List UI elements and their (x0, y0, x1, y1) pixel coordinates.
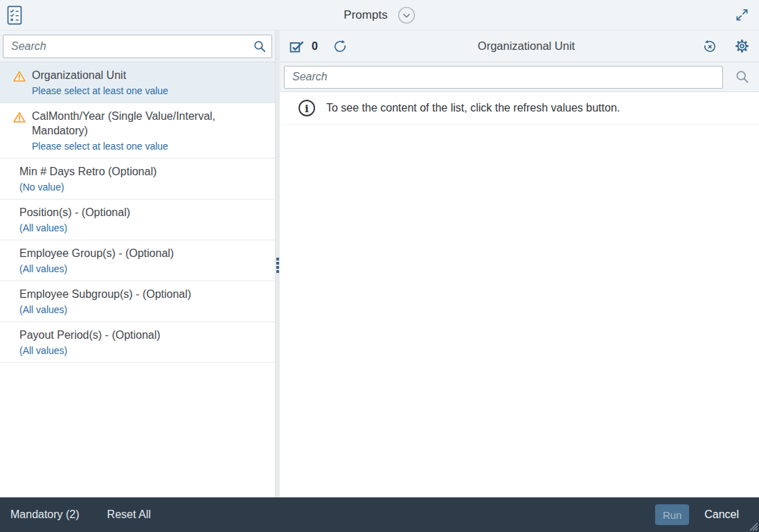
prompt-status: Please select at least one value (32, 141, 251, 152)
dialog-title: Prompts (343, 8, 387, 22)
prompt-item[interactable]: Position(s) - (Optional) (All values) (0, 200, 275, 240)
warning-icon (13, 112, 25, 123)
selected-count: 0 (312, 40, 318, 53)
expand-fullscreen-icon[interactable] (735, 8, 749, 22)
prompt-search-input[interactable] (3, 35, 272, 58)
resize-grip-icon[interactable] (749, 522, 758, 531)
prompt-status: (No value) (19, 181, 251, 193)
prompt-item[interactable]: CalMonth/Year (Single Value/Interval, Ma… (0, 103, 275, 159)
prompt-label: Min # Days Retro (Optional) (19, 164, 251, 179)
checkbox-checked-icon[interactable] (289, 39, 305, 53)
cancel-button[interactable]: Cancel (704, 508, 739, 521)
dialog-footer: Mandatory (2) Reset All Run Cancel (0, 497, 759, 532)
gear-icon[interactable] (735, 39, 749, 53)
chevron-down-circle-icon[interactable] (398, 6, 416, 24)
undo-clear-icon[interactable] (703, 39, 717, 53)
info-message: To see the content of the list, click th… (326, 102, 620, 114)
dialog-titlebar: Prompts (0, 0, 759, 30)
prompt-label: CalMonth/Year (Single Value/Interval, Ma… (32, 109, 251, 138)
prompt-item[interactable]: Organizational Unit Please select at lea… (0, 62, 275, 103)
search-icon[interactable] (253, 40, 266, 53)
value-selection-panel: 0 Organizational Unit (280, 30, 759, 497)
prompt-label: Payout Period(s) - (Optional) (19, 328, 251, 342)
value-search-area (280, 62, 759, 92)
prompt-item[interactable]: Min # Days Retro (Optional) (No value) (0, 159, 275, 200)
prompt-label: Employee Subgroup(s) - (Optional) (19, 287, 251, 301)
info-circle-icon: i (298, 99, 316, 117)
search-icon[interactable] (735, 70, 749, 84)
prompt-item[interactable]: Employee Subgroup(s) - (Optional) (All v… (0, 281, 275, 322)
prompt-status: (All values) (19, 222, 251, 234)
value-panel-title: Organizational Unit (356, 39, 697, 53)
panel-splitter[interactable] (275, 30, 280, 497)
prompt-status: (All values) (19, 263, 251, 275)
prompt-status: Please select at least one value (32, 85, 251, 97)
prompt-label: Organizational Unit (32, 68, 251, 82)
warning-icon (13, 71, 25, 82)
value-search-input[interactable] (284, 66, 723, 89)
reset-all-button[interactable]: Reset All (107, 508, 151, 521)
value-list-empty-area (280, 125, 759, 497)
info-message-strip: i To see the content of the list, click … (280, 92, 759, 125)
prompt-label: Employee Group(s) - (Optional) (19, 246, 251, 260)
refresh-values-icon[interactable] (333, 39, 347, 53)
prompt-label: Position(s) - (Optional) (19, 205, 251, 220)
mandatory-filter-button[interactable]: Mandatory (2) (10, 508, 80, 521)
svg-text:i: i (305, 102, 309, 115)
splitter-grip-icon (276, 258, 279, 273)
prompt-list: Organizational Unit Please select at lea… (0, 62, 275, 497)
prompt-item[interactable]: Employee Group(s) - (Optional) (All valu… (0, 240, 275, 281)
prompt-item[interactable]: Payout Period(s) - (Optional) (All value… (0, 322, 275, 363)
prompts-main-area: Organizational Unit Please select at lea… (0, 30, 759, 497)
value-panel-toolbar: 0 Organizational Unit (280, 30, 759, 62)
prompt-status: (All values) (19, 304, 251, 316)
prompt-checklist-icon (7, 6, 22, 25)
prompt-list-panel: Organizational Unit Please select at lea… (0, 30, 275, 497)
prompt-status: (All values) (19, 345, 251, 357)
run-button[interactable]: Run (655, 504, 689, 525)
prompt-search-area (0, 30, 275, 62)
